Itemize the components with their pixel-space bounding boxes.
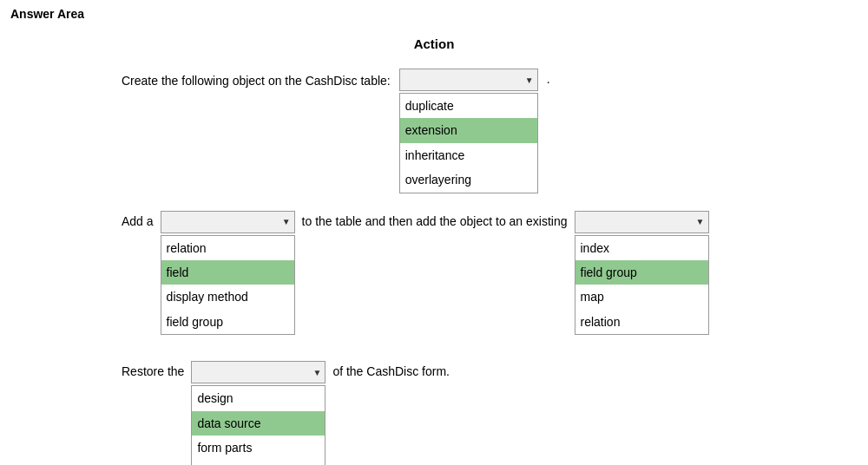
row2-label-middle: to the table and then add the object to … [302,211,568,228]
list-item[interactable]: form parts [192,436,325,460]
row1-dropdown-arrow: ▼ [525,75,534,85]
row3-label-after: of the CashDisc form. [332,361,450,378]
list-item[interactable]: map [575,285,708,309]
action-title: Action [0,36,868,51]
list-item[interactable]: duplicate [400,94,537,118]
row2-left-dropdown-arrow: ▼ [282,217,291,226]
row1-dropdown-trigger[interactable]: ▼ [399,69,538,91]
list-item[interactable]: relation [575,310,708,334]
list-item[interactable]: inheritance [400,143,537,167]
row2-left-dropdown-list: relation field display method field grou… [161,235,295,336]
row2-right-dropdown-arrow: ▼ [696,217,705,226]
row2-right-dropdown-trigger[interactable]: ▼ [575,211,709,233]
list-item[interactable]: form methods [192,460,325,465]
row2-left-dropdown-trigger[interactable]: ▼ [161,211,295,233]
row3-dropdown-arrow: ▼ [312,368,321,377]
row2-label-before: Add a [122,211,154,228]
list-item[interactable]: field [161,260,294,285]
list-item[interactable]: extension [400,118,537,142]
list-item[interactable]: field group [161,310,294,334]
answer-area-title: Answer Area [0,0,868,28]
row1-dot: . [547,69,550,86]
list-item[interactable]: index [575,236,708,260]
row2-right-dropdown-list: index field group map relation [575,235,709,336]
row1-dropdown-list: duplicate extension inheritance overlaye… [399,93,538,193]
list-item[interactable]: display method [161,285,294,309]
row3-dropdown-list: design data source form parts form metho… [191,385,326,465]
row3-dropdown-trigger[interactable]: ▼ [191,361,326,383]
list-item[interactable]: design [192,386,325,410]
list-item[interactable]: data source [192,411,325,436]
list-item[interactable]: field group [575,260,708,285]
row1-label: Create the following object on the CashD… [122,69,391,90]
row3-label-before: Restore the [122,361,184,378]
list-item[interactable]: relation [161,236,294,260]
list-item[interactable]: overlayering [400,167,537,192]
